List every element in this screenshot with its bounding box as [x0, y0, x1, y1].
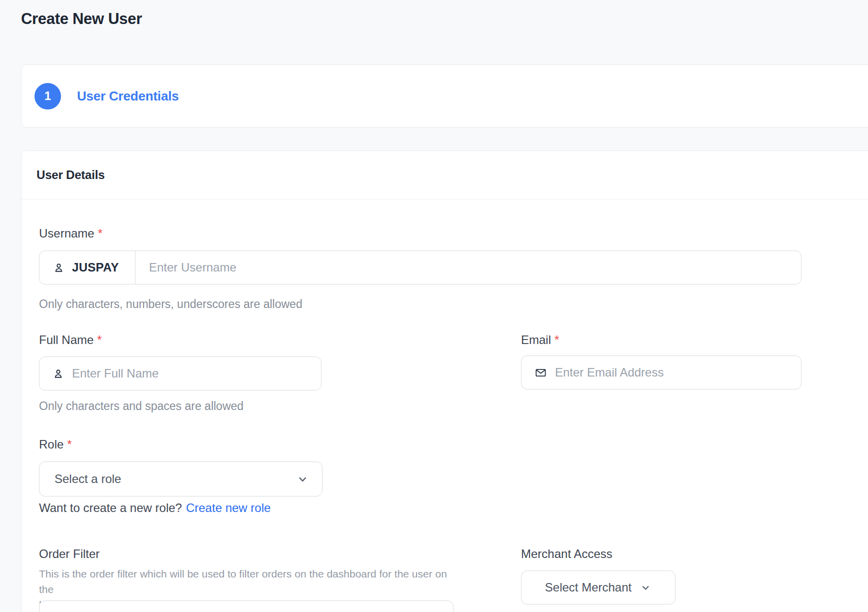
stepper-step-1[interactable]: 1 User Credentials — [22, 65, 868, 127]
username-label-text: Username — [39, 226, 94, 240]
role-select[interactable]: Select a role — [39, 462, 322, 496]
merchant-select-value: Select Merchant — [545, 580, 632, 594]
order-filter-label: Order Filter — [39, 547, 100, 561]
email-input[interactable] — [547, 356, 801, 389]
stepper-card: 1 User Credentials — [21, 64, 868, 128]
username-prefix-text: JUSPAY — [72, 260, 119, 274]
user-details-header: User Details — [22, 151, 868, 200]
username-prefix: JUSPAY — [40, 251, 136, 284]
role-required-asterisk: * — [67, 438, 72, 451]
role-label-text: Role — [39, 438, 64, 451]
step-label: User Credentials — [77, 88, 178, 104]
envelope-icon — [534, 366, 547, 379]
user-icon — [53, 262, 64, 274]
full-name-label-text: Full Name — [39, 333, 94, 346]
merchant-access-label: Merchant Access — [521, 547, 612, 561]
full-name-required-asterisk: * — [97, 333, 102, 346]
role-label: Role* — [39, 438, 72, 452]
role-select-value: Select a role — [54, 472, 121, 486]
email-field — [521, 356, 802, 390]
merchant-select[interactable]: Select Merchant — [521, 570, 676, 604]
username-input[interactable] — [136, 251, 801, 284]
role-hint: Want to create a new role?Create new rol… — [39, 501, 270, 515]
full-name-input[interactable] — [64, 357, 321, 390]
user-icon — [52, 368, 64, 380]
chevron-down-icon — [296, 472, 309, 486]
page-title: Create New User — [21, 10, 142, 28]
section-title: User Details — [36, 168, 104, 182]
email-label-text: Email — [521, 333, 551, 346]
username-label: Username* — [39, 226, 102, 240]
username-field: JUSPAY — [39, 250, 802, 284]
username-required-asterisk: * — [98, 226, 102, 240]
step-number: 1 — [44, 89, 51, 103]
username-helper: Only characters, numbers, underscores ar… — [39, 298, 302, 311]
email-required-asterisk: * — [554, 333, 559, 346]
chevron-down-icon — [640, 582, 652, 594]
user-details-form: Username* JUSPAY Only characters, number… — [22, 200, 868, 612]
step-number-badge: 1 — [34, 83, 61, 110]
full-name-label: Full Name* — [39, 333, 102, 347]
create-new-role-link[interactable]: Create new role — [186, 501, 270, 514]
order-filter-input[interactable] — [39, 600, 454, 612]
role-hint-text: Want to create a new role? — [39, 501, 182, 514]
email-label: Email* — [521, 333, 559, 347]
full-name-helper: Only characters and spaces are allowed — [39, 400, 244, 413]
user-details-card: User Details Username* JUSPAY — [21, 150, 868, 612]
full-name-field — [39, 356, 322, 390]
